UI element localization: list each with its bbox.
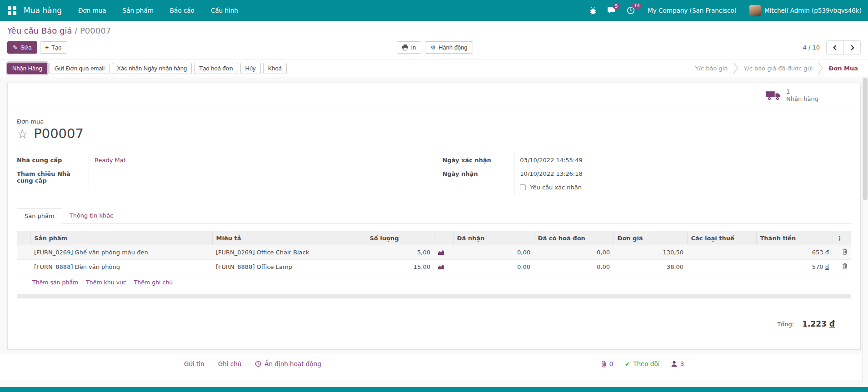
send-by-email-button[interactable]: Gửi Đơn qua email xyxy=(50,63,110,74)
follow-button[interactable]: ✔ Theo dõi xyxy=(625,360,659,367)
print-button[interactable]: In xyxy=(397,41,421,54)
forecast-chart-icon[interactable] xyxy=(438,264,444,270)
table-row[interactable]: [FURN_8888] Đèn văn phòng [FURN_8888] Of… xyxy=(17,260,851,274)
control-panel: Yêu cầu Báo giá / P00007 ✎ Sửa + Tạo In xyxy=(0,21,868,60)
print-button-label: In xyxy=(411,44,416,51)
form-statusbar: Nhận Hàng Gửi Đơn qua email Xác nhận Ngà… xyxy=(0,60,868,77)
cell-description: [FURN_8888] Office Lamp xyxy=(212,260,366,274)
create-bill-button[interactable]: Tạo hoá đơn xyxy=(194,63,238,74)
qty-column-header[interactable]: Số lượng xyxy=(366,231,434,245)
edit-button-label: Sửa xyxy=(20,44,32,51)
schedule-activity-button[interactable]: Ấn định hoạt động xyxy=(255,360,321,367)
add-note-link[interactable]: Thêm ghi chú xyxy=(134,279,173,286)
vendor-label: Nhà cung cấp xyxy=(17,154,89,168)
cancel-button[interactable]: Hủy xyxy=(240,63,261,74)
tab-other-info[interactable]: Thông tin khác xyxy=(62,208,121,223)
step-rfq[interactable]: Y/c báo giá xyxy=(695,65,728,72)
tab-products[interactable]: Sản phẩm xyxy=(17,208,62,223)
row-handle[interactable] xyxy=(17,260,30,274)
currency-symbol: đ xyxy=(829,319,835,328)
forecast-chart-icon[interactable] xyxy=(438,249,444,255)
add-product-link[interactable]: Thêm sản phẩm xyxy=(32,279,78,286)
form-sheet: 1 Nhận hàng Đơn mua ☆ P00007 Nhà cung cấ… xyxy=(7,83,861,350)
attachments-button[interactable]: 0 xyxy=(601,360,614,367)
user-menu[interactable]: Mitchell Admin (p539vbqvs46k) xyxy=(749,5,862,16)
breadcrumb-current: P00007 xyxy=(80,26,111,35)
chatter: Gửi tin Ghi chú Ấn định hoạt động 0 ✔ Th… xyxy=(0,354,868,380)
menu-orders[interactable]: Đơn mua xyxy=(78,7,106,14)
step-purchase-order[interactable]: Đơn Mua xyxy=(828,65,858,72)
delete-trash-icon[interactable] xyxy=(842,263,848,269)
receipt-stat-button[interactable]: 1 Nhận hàng xyxy=(754,83,860,108)
company-switcher[interactable]: My Company (San Francisco) xyxy=(648,7,737,14)
action-button[interactable]: ⚙ Hành động xyxy=(425,41,473,54)
cell-description: [FURN_0269] Office Chair Black xyxy=(212,245,366,260)
received-column-header[interactable]: Đã nhận xyxy=(453,231,534,245)
app-name[interactable]: Mua hàng xyxy=(24,6,62,15)
subtotal-column-header[interactable]: Thành tiền xyxy=(756,231,833,245)
description-column-header[interactable]: Miêu tả xyxy=(212,231,366,245)
top-navbar: Mua hàng Đơn mua Sản phẩm Báo cáo Cấu hì… xyxy=(0,0,868,21)
breadcrumb: Yêu cầu Báo giá / P00007 xyxy=(7,26,861,35)
pager-previous-button[interactable] xyxy=(827,41,843,54)
step-rfq-sent[interactable]: Y/c báo giá đã được gửi xyxy=(743,65,813,72)
button-box: 1 Nhận hàng xyxy=(8,83,860,108)
scrollbar-thumb[interactable] xyxy=(863,78,868,200)
cell-price: 38,00 xyxy=(614,260,687,274)
price-column-header[interactable]: Đơn giá xyxy=(614,231,687,245)
total-amount: 1.223 đ xyxy=(802,319,835,328)
favorite-star-icon[interactable]: ☆ xyxy=(17,128,28,140)
row-handle[interactable] xyxy=(17,245,30,260)
vendor-link[interactable]: Ready Mat xyxy=(95,157,126,164)
cell-qty: 15,00 xyxy=(366,260,434,274)
followers-count: 3 xyxy=(680,360,684,367)
menu-products[interactable]: Sản phẩm xyxy=(123,7,154,14)
messages-icon[interactable]: 5 xyxy=(608,7,616,14)
add-section-link[interactable]: Thêm khu vực xyxy=(86,279,126,286)
messages-badge: 5 xyxy=(613,3,620,9)
step-arrow-icon xyxy=(818,62,823,74)
main-menu: Đơn mua Sản phẩm Báo cáo Cấu hình xyxy=(78,7,238,14)
send-message-button[interactable]: Gửi tin xyxy=(184,360,205,367)
check-icon: ✔ xyxy=(625,361,630,367)
menu-reporting[interactable]: Báo cáo xyxy=(170,7,195,14)
apps-menu-icon[interactable] xyxy=(6,5,17,16)
activities-clock-icon[interactable]: 14 xyxy=(627,6,635,15)
breadcrumb-parent[interactable]: Yêu cầu Báo giá xyxy=(7,26,72,35)
lock-button[interactable]: Khoá xyxy=(263,63,287,74)
cell-received: 0,00 xyxy=(453,260,534,274)
truck-icon xyxy=(766,90,781,100)
order-lines-table: Sản phẩm Miêu tả Số lượng Đã nhận Đã có … xyxy=(17,231,851,274)
cell-received: 0,00 xyxy=(453,245,534,260)
user-name: Mitchell Admin (p539vbqvs46k) xyxy=(764,7,862,14)
page-title: P00007 xyxy=(34,126,84,141)
optional-columns-icon[interactable]: ⋮ xyxy=(833,231,851,245)
cell-product: [FURN_0269] Ghế văn phòng màu đen xyxy=(30,245,212,260)
product-column-header[interactable]: Sản phẩm xyxy=(30,231,212,245)
confirm-receipt-date-button[interactable]: Xác nhận Ngày nhận hàng xyxy=(112,63,192,74)
ask-confirmation-checkbox[interactable] xyxy=(520,184,526,190)
gear-icon: ⚙ xyxy=(430,44,436,51)
debug-bug-icon[interactable] xyxy=(589,7,597,15)
notes-separator xyxy=(17,294,851,298)
cell-qty: 5,00 xyxy=(366,245,434,260)
activity-clock-icon xyxy=(255,361,261,367)
vendor-reference-value[interactable] xyxy=(89,168,426,187)
taxes-column-header[interactable]: Các loại thuế xyxy=(687,231,756,245)
systray: 5 14 My Company (San Francisco) Mitchell… xyxy=(589,5,862,16)
pager-next-button[interactable] xyxy=(843,41,860,54)
billed-column-header[interactable]: Đã có hoá đơn xyxy=(534,231,614,245)
menu-configuration[interactable]: Cấu hình xyxy=(211,7,238,14)
log-note-button[interactable]: Ghi chú xyxy=(218,360,242,367)
printer-icon xyxy=(402,45,408,50)
table-row[interactable]: [FURN_0269] Ghế văn phòng màu đen [FURN_… xyxy=(17,245,851,260)
followers-button[interactable]: 3 xyxy=(671,360,684,367)
doc-type-label: Đơn mua xyxy=(17,118,851,125)
vertical-scrollbar[interactable] xyxy=(862,76,868,387)
receipt-date-label: Ngày nhận xyxy=(442,168,514,181)
delete-trash-icon[interactable] xyxy=(842,248,848,255)
person-icon xyxy=(671,361,677,367)
create-button[interactable]: + Tạo xyxy=(40,41,67,54)
edit-button[interactable]: ✎ Sửa xyxy=(7,41,37,54)
receive-products-button[interactable]: Nhận Hàng xyxy=(7,63,47,74)
